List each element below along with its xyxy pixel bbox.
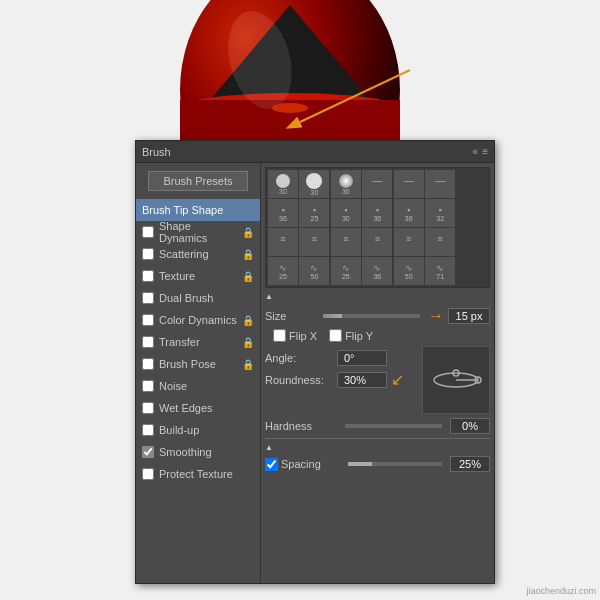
texture-checkbox[interactable] <box>142 270 154 282</box>
flip-row: Flip X Flip Y <box>265 329 490 342</box>
panel-controls: « ≡ <box>473 146 488 157</box>
smoothing-checkbox[interactable] <box>142 446 154 458</box>
sidebar-item-protect-texture[interactable]: Protect Texture <box>136 463 260 485</box>
roundness-input[interactable] <box>337 372 387 388</box>
brush-panel: Brush « ≡ Brush Presets Brush Tip Shape … <box>135 140 495 584</box>
hardness-value[interactable]: 0% <box>450 418 490 434</box>
noise-checkbox[interactable] <box>142 380 154 392</box>
hardness-row: Hardness 0% <box>265 418 490 434</box>
smoothing-label: Smoothing <box>159 446 212 458</box>
build-up-checkbox[interactable] <box>142 424 154 436</box>
spacing-slider[interactable] <box>348 462 442 466</box>
shape-dynamics-lock: 🔒 <box>242 227 254 238</box>
shape-dynamics-checkbox[interactable] <box>142 226 154 238</box>
flip-x-checkbox[interactable] <box>273 329 286 342</box>
hardness-slider[interactable] <box>345 424 442 428</box>
color-dynamics-lock: 🔒 <box>242 315 254 326</box>
sidebar-item-dual-brush[interactable]: Dual Brush <box>136 287 260 309</box>
brush-cell[interactable]: ≡ <box>394 228 424 256</box>
brush-cell[interactable]: 30 <box>299 170 329 198</box>
brush-cell[interactable]: ≡ <box>425 228 455 256</box>
sidebar-item-shape-dynamics[interactable]: Shape Dynamics 🔒 <box>136 221 260 243</box>
flip-x-label[interactable]: Flip X <box>273 329 317 342</box>
sidebar-item-smoothing[interactable]: Smoothing <box>136 441 260 463</box>
angle-input[interactable] <box>337 350 387 366</box>
brush-pose-lock: 🔒 <box>242 359 254 370</box>
brush-cell[interactable]: ▪ 25 <box>299 199 329 227</box>
brush-cell[interactable]: ≡ <box>299 228 329 256</box>
wet-edges-label: Wet Edges <box>159 402 213 414</box>
brush-cell[interactable]: ▪ 30 <box>331 199 361 227</box>
brush-shape-preview <box>422 346 490 414</box>
size-label: Size <box>265 310 315 322</box>
brush-cell[interactable]: 30 <box>331 170 361 198</box>
spacing-slider-fill <box>348 462 372 466</box>
brush-cell <box>457 228 487 256</box>
sidebar-item-build-up[interactable]: Build-up <box>136 419 260 441</box>
scattering-checkbox[interactable] <box>142 248 154 260</box>
sidebar-item-texture[interactable]: Texture 🔒 <box>136 265 260 287</box>
brush-cell[interactable]: — <box>394 170 424 198</box>
noise-label: Noise <box>159 380 187 392</box>
transfer-lock: 🔒 <box>242 337 254 348</box>
sidebar-item-color-dynamics[interactable]: Color Dynamics 🔒 <box>136 309 260 331</box>
watermark: jiaochenduzi.com <box>526 586 596 596</box>
brush-cell-scrollbar <box>457 170 487 198</box>
dual-brush-checkbox[interactable] <box>142 292 154 304</box>
transfer-checkbox[interactable] <box>142 336 154 348</box>
sidebar-item-scattering[interactable]: Scattering 🔒 <box>136 243 260 265</box>
brush-pose-checkbox[interactable] <box>142 358 154 370</box>
panel-collapse-button[interactable]: « <box>473 146 479 157</box>
roundness-row: Roundness: ↙ <box>265 370 414 389</box>
spacing-checkbox[interactable] <box>265 458 278 471</box>
left-sidebar: Brush Presets Brush Tip Shape Shape Dyna… <box>136 163 261 583</box>
brush-cell[interactable]: ∿ 71 <box>425 257 455 285</box>
brush-cell[interactable]: ▪ 36 <box>362 199 392 227</box>
sidebar-item-wet-edges[interactable]: Wet Edges <box>136 397 260 419</box>
texture-lock: 🔒 <box>242 271 254 282</box>
panel-body: Brush Presets Brush Tip Shape Shape Dyna… <box>136 163 494 583</box>
scattering-label: Scattering <box>159 248 209 260</box>
spacing-value[interactable]: 25% <box>450 456 490 472</box>
brush-cell[interactable]: — <box>425 170 455 198</box>
brush-cell[interactable]: ≡ <box>331 228 361 256</box>
panel-menu-button[interactable]: ≡ <box>482 146 488 157</box>
brush-cell[interactable]: — <box>362 170 392 198</box>
brush-cell[interactable]: ≡ <box>362 228 392 256</box>
size-value[interactable]: 15 px <box>448 308 490 324</box>
protect-texture-checkbox[interactable] <box>142 468 154 480</box>
brush-cell[interactable]: ▪ 36 <box>394 199 424 227</box>
brush-tip-shape-label: Brush Tip Shape <box>142 204 223 216</box>
flip-y-label[interactable]: Flip Y <box>329 329 373 342</box>
brush-presets-button[interactable]: Brush Presets <box>148 171 248 191</box>
right-content: 30 30 30 — — — <box>261 163 494 583</box>
color-dynamics-checkbox[interactable] <box>142 314 154 326</box>
svg-line-7 <box>300 70 410 122</box>
brush-cell[interactable]: ≡ <box>268 228 298 256</box>
size-row: Size → 15 px <box>265 307 490 325</box>
brush-cell <box>457 257 487 285</box>
sidebar-item-brush-pose[interactable]: Brush Pose 🔒 <box>136 353 260 375</box>
brush-cell[interactable]: ∿ 25 <box>331 257 361 285</box>
brush-cell[interactable]: ▪ 32 <box>425 199 455 227</box>
brush-cell[interactable]: 30 <box>268 170 298 198</box>
sidebar-item-noise[interactable]: Noise <box>136 375 260 397</box>
wet-edges-checkbox[interactable] <box>142 402 154 414</box>
brush-cell[interactable]: ∿ 50 <box>299 257 329 285</box>
color-dynamics-label: Color Dynamics <box>159 314 237 326</box>
flip-y-checkbox[interactable] <box>329 329 342 342</box>
brush-cell[interactable]: ∿ 50 <box>394 257 424 285</box>
sidebar-item-brush-tip-shape[interactable]: Brush Tip Shape <box>136 199 260 221</box>
brush-grid: 30 30 30 — — — <box>265 167 490 288</box>
annotation-arrow <box>230 60 430 140</box>
sidebar-item-transfer[interactable]: Transfer 🔒 <box>136 331 260 353</box>
spacing-label[interactable]: Spacing <box>265 458 340 471</box>
spacing-triangle: ▲ <box>265 443 490 452</box>
size-slider-fill <box>323 314 342 318</box>
angle-label: Angle: <box>265 352 337 364</box>
brush-cell[interactable]: ∿ 25 <box>268 257 298 285</box>
size-slider[interactable] <box>323 314 420 318</box>
dual-brush-label: Dual Brush <box>159 292 213 304</box>
brush-cell[interactable]: ∿ 36 <box>362 257 392 285</box>
brush-cell[interactable]: ▪ 36 <box>268 199 298 227</box>
